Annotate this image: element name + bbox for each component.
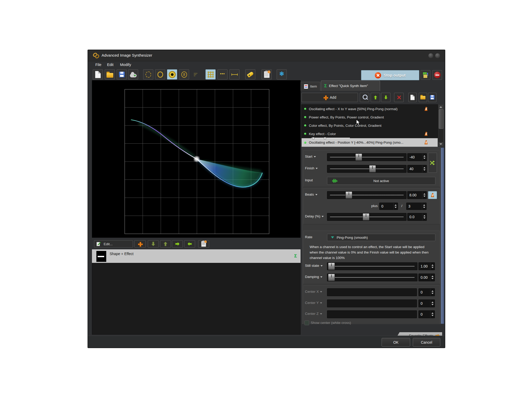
add-shape-button[interactable]: [134, 240, 146, 248]
input-not-active-button[interactable]: Not active: [327, 177, 435, 185]
menu-modify[interactable]: Modify: [118, 62, 133, 67]
delay-slider-thumb[interactable]: [363, 213, 369, 221]
center-z-spinner[interactable]: [430, 311, 435, 318]
center-x-spinner[interactable]: [430, 289, 435, 296]
move-down-button[interactable]: [148, 240, 159, 248]
beats-metronome-button[interactable]: [428, 191, 437, 199]
open-button[interactable]: [105, 69, 115, 79]
center-z-value-box[interactable]: 0: [418, 310, 435, 318]
center-y-value-box[interactable]: 0: [418, 300, 435, 307]
center-y-slider[interactable]: [327, 300, 417, 307]
center-y-spinner[interactable]: [430, 300, 435, 307]
center-x-value-box[interactable]: 0: [418, 288, 435, 296]
still-state-dropdown[interactable]: Still state: [305, 264, 323, 268]
line-tool-button[interactable]: [229, 69, 240, 79]
center-x-slider[interactable]: [327, 288, 417, 296]
menu-edit[interactable]: Edit: [105, 62, 115, 67]
center-z-slider[interactable]: [327, 310, 417, 318]
scroll-up-button[interactable]: [438, 105, 443, 109]
still-state-value-box[interactable]: 1.00: [418, 262, 435, 270]
still-state-spinner[interactable]: [430, 263, 435, 270]
finish-dropdown[interactable]: Finish: [305, 166, 318, 170]
finish-slider-thumb[interactable]: [369, 165, 376, 172]
beats-value-box[interactable]: 8.00: [407, 191, 427, 199]
swap-start-finish-button[interactable]: [428, 153, 437, 173]
open-effect-list-button[interactable]: [419, 93, 427, 102]
spiral-tool-button[interactable]: S: [179, 69, 189, 79]
range-handle[interactable]: [324, 137, 326, 139]
range-handle[interactable]: [312, 137, 314, 139]
rate-dropdown[interactable]: Ping-Pong (smooth): [327, 234, 435, 241]
effect-move-up-button[interactable]: [371, 93, 380, 102]
edit-button[interactable]: Edit...: [94, 240, 133, 248]
scroll-down-button[interactable]: [438, 142, 443, 146]
menu-file[interactable]: File: [94, 62, 103, 67]
center-z-dropdown[interactable]: Center Z: [305, 312, 322, 316]
delay-value-box[interactable]: 0.0: [407, 213, 427, 221]
tab-item[interactable]: Item: [301, 82, 320, 91]
damping-dropdown[interactable]: Damping: [305, 275, 322, 279]
beats-slider[interactable]: [327, 191, 407, 199]
damping-slider-thumb[interactable]: [328, 274, 335, 281]
properties-button[interactable]: [262, 69, 272, 79]
still-state-slider[interactable]: [327, 262, 417, 270]
finish-value-box[interactable]: 40: [407, 165, 427, 173]
start-slider-thumb[interactable]: [355, 154, 362, 161]
center-y-dropdown[interactable]: Center Y: [305, 301, 322, 305]
cloud-button[interactable]: [128, 69, 138, 79]
effect-row[interactable]: Power effect, By Points, Power control, …: [302, 113, 438, 121]
dots-tool-button[interactable]: •••: [217, 69, 228, 79]
beats-slider-thumb[interactable]: [345, 191, 352, 199]
blackout-button[interactable]: [432, 70, 442, 80]
damping-slider[interactable]: [327, 274, 417, 281]
effect-move-down-button[interactable]: [381, 93, 390, 102]
plus-value-box[interactable]: 0: [379, 203, 398, 210]
delete-effect-button[interactable]: [394, 93, 404, 102]
tab-effect[interactable]: Σ Effect "Quick Synth Item": [321, 81, 380, 91]
divisor-spinner[interactable]: [422, 203, 426, 210]
list-tool-button[interactable]: [190, 69, 201, 79]
grid-toggle-button[interactable]: [205, 69, 216, 79]
window-control-icon[interactable]: [428, 53, 433, 58]
start-spinner[interactable]: [422, 154, 427, 161]
start-dropdown[interactable]: Start: [305, 155, 316, 158]
beats-dropdown[interactable]: Beats: [305, 192, 317, 196]
effect-row[interactable]: Key effect - Color: [302, 130, 438, 138]
circle-tool-button[interactable]: [155, 69, 165, 79]
window-control-icon[interactable]: [435, 53, 440, 58]
freeze-button[interactable]: ❄: [277, 69, 287, 79]
start-slider[interactable]: [327, 153, 407, 161]
start-value-box[interactable]: -40: [407, 153, 427, 161]
effect-list-scrollbar[interactable]: [438, 104, 444, 147]
still-state-slider-thumb[interactable]: [328, 263, 335, 270]
delay-spinner[interactable]: [422, 213, 427, 221]
save-button[interactable]: [117, 69, 127, 79]
laser-preview[interactable]: [92, 80, 301, 238]
move-left-button[interactable]: [184, 240, 195, 248]
stop-output-button[interactable]: Stop output: [361, 70, 419, 80]
finish-spinner[interactable]: [422, 165, 427, 172]
delay-dropdown[interactable]: Delay (%): [305, 214, 324, 218]
effect-row[interactable]: Oscillating effect - X to Y wave [50%] P…: [302, 105, 438, 113]
beats-spinner[interactable]: [422, 191, 427, 199]
center-x-dropdown[interactable]: Center X: [305, 290, 322, 294]
finish-slider[interactable]: [327, 165, 407, 173]
copy-frames-button[interactable]: [421, 70, 430, 80]
effect-row[interactable]: Color effect, By Points, Color Control, …: [302, 121, 438, 130]
plus-spinner[interactable]: [393, 203, 398, 210]
move-up-button[interactable]: [160, 240, 171, 248]
new-file-button[interactable]: [93, 69, 103, 79]
save-effect-list-button[interactable]: [428, 93, 436, 102]
dashed-circle-tool-button[interactable]: [143, 69, 153, 79]
tag-button[interactable]: [245, 69, 255, 79]
effect-row-selected[interactable]: Oscillating effect - Position Y [-40%...…: [302, 138, 438, 147]
key-effect-range-line[interactable]: [311, 138, 350, 138]
damping-spinner[interactable]: [430, 274, 435, 281]
search-effect-button[interactable]: [360, 93, 369, 102]
damping-value-box[interactable]: 0.00: [418, 274, 435, 281]
sequence-list-empty[interactable]: [92, 263, 301, 335]
sequence-row-shape-effect[interactable]: Shape + Effect Σ: [92, 249, 301, 263]
show-center-checkbox[interactable]: [304, 321, 309, 325]
scroll-thumb[interactable]: [439, 109, 443, 129]
paste-button[interactable]: [198, 240, 209, 248]
